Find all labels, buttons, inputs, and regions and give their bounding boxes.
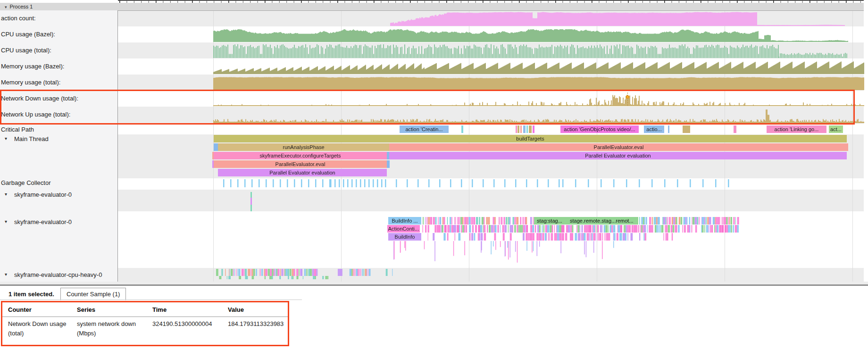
col-header-time: Time [152,306,167,313]
analysis-panel: 1 item selected. Counter Sample (1) Coun… [0,282,868,350]
critical-path-slice[interactable]: action 'Creatin... [400,125,449,133]
selected-sample-dot[interactable] [626,95,629,99]
cell-counter-line2: (total) [8,330,24,337]
evaluator-slice-label: stage.remote.stag...remot... [570,217,634,225]
critical-path-slice[interactable] [523,125,526,133]
chevron-down-icon[interactable]: ▾ [5,192,7,197]
evaluator-slice[interactable]: ActionConti... [387,225,420,233]
critical-path-slice[interactable]: actio... [644,125,664,133]
main-thread-slice[interactable] [387,160,390,168]
track-label-action-count: action count: [1,15,36,22]
evaluator-slice[interactable]: BuildInfo [388,233,421,241]
process-header-label: Process 1 [10,4,33,9]
tabs-rule [0,300,302,300]
critical-path-slice[interactable]: action 'Linking go... [767,125,826,133]
chevron-down-icon[interactable]: ▾ [5,219,7,224]
track-label-cpu-usage-total: CPU usage (total): [1,47,51,54]
main-thread-slice[interactable]: Parallel Evaluator evaluation [218,169,387,176]
critical-path-slice[interactable] [533,125,534,133]
table-header-rule [2,317,288,317]
track-label-network-down-usage-total: Network Down usage (total): [1,95,78,102]
critical-path-slice[interactable]: action 'GenObjcProtos video/... [560,125,639,133]
track-label-garbage-collector: Garbage Collector [1,179,51,186]
chevron-down-icon[interactable]: ▾ [5,272,7,277]
panel-divider-handle[interactable] [0,284,868,286]
tab-counter-sample[interactable]: Counter Sample (1) [60,288,126,300]
critical-path-slice[interactable] [683,125,690,133]
evaluator-slice[interactable]: BuildInfo ... [388,217,421,225]
critical-path-slice[interactable] [517,125,519,133]
col-header-series: Series [77,306,95,313]
main-thread-slice[interactable]: runAnalysisPhase [218,143,389,151]
track-label-memory-usage-total: Memory usage (total): [1,79,60,86]
trace-viewer: ▾Process 1 action count:CPU usage (Bazel… [0,0,868,350]
critical-path-slice[interactable]: act... [829,125,843,133]
chevron-down-icon[interactable]: ▾ [5,136,7,141]
track-label-main-thread[interactable]: Main Thread [14,135,49,142]
critical-path-slice[interactable] [529,125,532,133]
critical-path-slice[interactable] [668,125,669,133]
cell-value: 184.1793113323983 [228,320,284,327]
counter-sample-table-highlight-box: Counter Series Time Value Network Down u… [1,301,289,346]
track-label-memory-usage-bazel: Memory usage (Bazel): [1,63,64,70]
critical-path-slice[interactable] [526,125,528,133]
main-thread-slice[interactable]: ParallelEvaluator.eval [389,143,848,151]
main-thread-slice[interactable]: buildTargets [214,135,847,142]
col-header-value: Value [228,306,244,313]
cell-counter-line1: Network Down usage [8,320,67,327]
track-label-skyframe-evaluator-0a[interactable]: skyframe-evaluator-0 [14,191,72,198]
track-label-skyframe-evaluator-cpu-heavy-0[interactable]: skyframe-evaluator-cpu-heavy-0 [14,271,102,278]
track-label-skyframe-evaluator-0b[interactable]: skyframe-evaluator-0 [14,218,72,225]
critical-path-slice[interactable] [734,125,736,133]
track-label-network-up-usage-total: Network Up usage (total): [1,111,70,118]
col-header-counter: Counter [8,306,32,313]
process-header[interactable]: ▾Process 1 [0,3,864,11]
cell-series-line1: system network down [77,320,136,327]
critical-path-slice[interactable] [461,125,463,133]
critical-path-slice[interactable] [516,125,517,133]
track-label-cpu-usage-bazel: CPU usage (Bazel): [1,31,55,38]
track-label-critical-path: Critical Path [1,126,34,133]
collapse-icon[interactable]: ▾ [5,5,7,9]
selected-sample-line [627,92,628,106]
track-label-panel: action count:CPU usage (Bazel):CPU usage… [0,10,118,282]
main-thread-slice[interactable]: Parallel Evaluator evaluation [389,152,847,159]
main-thread-slice[interactable]: ParallelEvaluator.eval [214,160,387,168]
main-thread-slice[interactable]: skyframeExecutor.configureTargets [214,152,387,159]
evaluator-slice-label: stag:stag... [537,217,562,225]
selection-status: 1 item selected. [8,291,54,298]
cell-time: 324190.51300000004 [152,320,212,327]
critical-path-slice[interactable] [520,125,522,133]
cell-series-line2: (Mbps) [77,330,96,337]
main-thread-slice[interactable] [214,143,218,151]
